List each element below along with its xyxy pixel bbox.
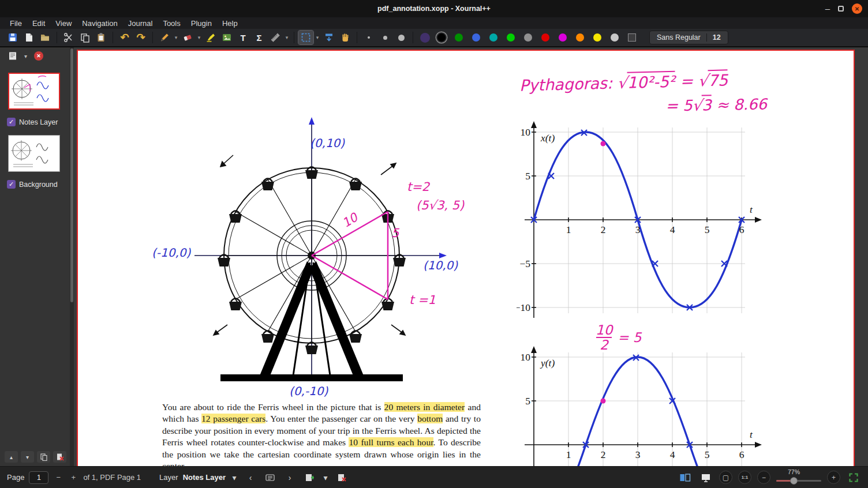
page-number-input[interactable]: 1 — [29, 471, 48, 484]
sidebar-scrollbar-thumb[interactable] — [70, 48, 73, 302]
svg-text:5: 5 — [525, 395, 530, 407]
layer-preview-background[interactable] — [8, 135, 60, 172]
page-decrement-button[interactable]: − — [53, 471, 63, 484]
math-tex-tool-button[interactable]: Σ — [252, 31, 267, 44]
menu-view[interactable]: View — [50, 19, 77, 28]
color-red[interactable] — [541, 33, 549, 42]
move-layer-up-button[interactable]: ▴ — [5, 451, 18, 463]
zoom-slider-handle[interactable] — [790, 477, 798, 485]
layer-overview-button[interactable] — [263, 471, 278, 485]
next-layer-button[interactable]: › — [282, 471, 297, 485]
wheel-label-right: (10,0) — [423, 258, 458, 272]
close-button[interactable]: ✕ — [852, 3, 862, 14]
hand-tool-button[interactable] — [338, 31, 353, 44]
sidebar-scrollbar[interactable] — [70, 47, 74, 466]
open-folder-button[interactable] — [38, 31, 53, 44]
menubar: File Edit View Navigation Journal Tools … — [0, 17, 868, 29]
zoom-fit-button[interactable]: ▢ — [719, 471, 732, 484]
font-selector[interactable]: Sans Regular 12 — [649, 31, 728, 44]
color-picker-button[interactable] — [628, 33, 636, 42]
vertical-space-tool-button[interactable] — [321, 31, 336, 44]
medium-dot-icon — [383, 36, 387, 40]
thickness-medium-button[interactable] — [377, 31, 392, 44]
shape-options-chevron[interactable]: ▾ — [284, 35, 290, 40]
presentation-mode-button[interactable] — [698, 471, 713, 485]
layer-preview-notes[interactable] — [8, 73, 60, 110]
window-controls: – ✕ — [825, 0, 862, 17]
font-size[interactable]: 12 — [706, 33, 727, 42]
page-increment-button[interactable]: + — [68, 471, 78, 484]
color-blue[interactable] — [472, 33, 480, 42]
paste-button[interactable] — [93, 31, 108, 44]
undo-button[interactable]: ↶ — [117, 31, 132, 44]
layer-selector[interactable]: Notes Layer — [183, 473, 226, 482]
color-orange[interactable] — [576, 33, 584, 42]
zoom-out-button[interactable]: − — [757, 471, 770, 484]
notes-layer-checkbox[interactable]: ✓ — [7, 118, 16, 126]
layer-toggle-background[interactable]: ✓ Background — [7, 180, 58, 189]
menu-navigation[interactable]: Navigation — [77, 19, 122, 28]
menu-plugin[interactable]: Plugin — [186, 19, 217, 28]
document-canvas[interactable]: Pythagoras: √10²-5² = √75 = 5√3 ≈ 8.66 — [74, 47, 868, 466]
delete-layer-button[interactable] — [53, 451, 66, 463]
layer-toggle-notes[interactable]: ✓ Notes Layer — [7, 118, 58, 126]
zoom-slider[interactable]: 77% — [776, 468, 821, 487]
layer-selector-chevron[interactable]: ▾ — [230, 471, 238, 485]
svg-text:2: 2 — [601, 449, 606, 460]
copy-button[interactable] — [77, 31, 92, 44]
delete-current-layer-button[interactable] — [334, 471, 349, 485]
toolbar-separator — [152, 32, 153, 43]
duplicate-layer-button[interactable] — [37, 451, 50, 463]
highlighter-tool-button[interactable] — [203, 31, 218, 44]
select-options-chevron[interactable]: ▾ — [315, 35, 320, 40]
preview-pane-icon[interactable] — [8, 51, 17, 61]
new-document-button[interactable] — [21, 31, 36, 44]
color-teal[interactable] — [489, 33, 497, 42]
pdf-page[interactable]: Pythagoras: √10²-5² = √75 = 5√3 ≈ 8.66 — [77, 50, 855, 466]
graph-x-of-t: 10 5 −5 −10 1 2 3 4 5 6 x(t) t — [517, 117, 765, 320]
redo-button[interactable]: ↷ — [133, 31, 148, 44]
sidebar-close-button[interactable]: ✕ — [34, 51, 43, 61]
fill-color-indicator[interactable] — [417, 31, 432, 44]
text-tool-button[interactable]: T — [235, 31, 250, 44]
menu-tools[interactable]: Tools — [158, 19, 185, 28]
restore-button[interactable] — [838, 6, 844, 12]
menu-edit[interactable]: Edit — [27, 19, 50, 28]
pen-tool-button[interactable] — [157, 31, 172, 44]
thickness-fine-button[interactable] — [361, 31, 376, 44]
wheel-label-t1: t =1 — [409, 293, 436, 307]
eraser-options-chevron[interactable]: ▾ — [196, 35, 202, 40]
select-rectangle-tool-button[interactable] — [298, 31, 313, 44]
add-layer-button[interactable] — [302, 471, 317, 485]
color-yellow[interactable] — [593, 33, 601, 42]
pen-options-chevron[interactable]: ▾ — [173, 35, 179, 40]
menu-journal[interactable]: Journal — [123, 19, 158, 28]
color-light-gray[interactable] — [611, 33, 619, 42]
minimize-button[interactable]: – — [825, 6, 830, 12]
layer-actions-chevron[interactable]: ▾ — [321, 471, 330, 485]
save-button[interactable] — [5, 31, 20, 44]
cut-button[interactable] — [61, 31, 76, 44]
thickness-thick-button[interactable] — [394, 31, 409, 44]
color-green[interactable] — [455, 33, 463, 42]
insert-image-button[interactable] — [219, 31, 234, 44]
menu-file[interactable]: File — [5, 19, 27, 28]
color-light-green[interactable] — [507, 33, 515, 42]
fullscreen-button[interactable] — [846, 471, 861, 485]
font-name[interactable]: Sans Regular — [651, 33, 706, 42]
sidebar-mode-chevron[interactable]: ▾ — [24, 53, 27, 59]
zoom-in-button[interactable]: + — [827, 471, 840, 484]
color-gray[interactable] — [524, 33, 532, 42]
zoom-original-button[interactable]: 1:1 — [738, 471, 751, 484]
color-magenta[interactable] — [559, 33, 567, 42]
shape-tool-button[interactable] — [268, 31, 283, 44]
dual-page-view-button[interactable] — [678, 471, 693, 485]
menu-help[interactable]: Help — [217, 19, 243, 28]
previous-layer-button[interactable]: ‹ — [243, 471, 258, 485]
background-layer-checkbox[interactable]: ✓ — [7, 180, 16, 189]
move-layer-down-button[interactable]: ▾ — [21, 451, 34, 463]
color-black[interactable] — [437, 33, 446, 42]
sidebar-header: ▾ ✕ — [0, 47, 70, 61]
eraser-tool-button[interactable] — [180, 31, 195, 44]
eraser-icon — [182, 32, 193, 43]
